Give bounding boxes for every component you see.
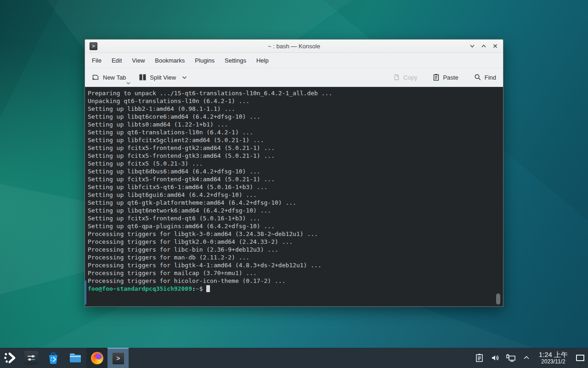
paste-icon bbox=[433, 74, 440, 81]
chevron-down-icon bbox=[182, 76, 187, 79]
application-launcher-button[interactable] bbox=[0, 348, 20, 368]
terminal-line: Setting up libqt6network6:amd64 (6.4.2+d… bbox=[88, 207, 500, 214]
terminal-line: Processing triggers for libgtk2.0-0:amd6… bbox=[88, 238, 500, 246]
show-desktop-button[interactable] bbox=[572, 348, 588, 368]
terminal-line: Setting up libb2-1:amd64 (0.98.1-1.1) ..… bbox=[88, 105, 500, 113]
split-view-button[interactable]: Split View bbox=[138, 72, 188, 83]
clock-date: 2023/11/2 bbox=[539, 359, 568, 365]
application-launcher-icon bbox=[4, 351, 17, 364]
chevron-down-icon bbox=[126, 82, 130, 85]
system-tray bbox=[474, 351, 532, 365]
menu-item[interactable]: Help bbox=[251, 54, 274, 67]
paste-button[interactable]: Paste bbox=[432, 72, 459, 83]
menu-item[interactable]: Bookmarks bbox=[150, 54, 190, 67]
network-tray-icon[interactable] bbox=[505, 351, 517, 365]
menu-item[interactable]: Settings bbox=[220, 54, 251, 67]
terminal-line: Setting up libqt6gui6:amd64 (6.4.2+dfsg-… bbox=[88, 191, 500, 199]
terminal-line: Setting up qt6-qpa-plugins:amd64 (6.4.2+… bbox=[88, 222, 500, 230]
paste-label: Paste bbox=[443, 74, 458, 81]
clipboard-tray-icon[interactable] bbox=[474, 351, 486, 365]
terminal-line: Setting up fcitx5-frontend-gtk3:amd64 (5… bbox=[88, 152, 500, 160]
digital-clock[interactable]: 1:24 上午 2023/11/2 bbox=[539, 351, 568, 365]
terminal-line: Setting up libqt6dbus6:amd64 (6.4.2+dfsg… bbox=[88, 167, 500, 175]
terminal-output[interactable]: Preparing to unpack .../15-qt6-translati… bbox=[85, 87, 503, 306]
chevron-down-icon bbox=[469, 43, 475, 49]
text-cursor bbox=[206, 285, 210, 292]
terminal-scrollback: Preparing to unpack .../15-qt6-translati… bbox=[88, 89, 500, 285]
konsole-window: > ~ : bash — Konsole FileEditViewBookmar… bbox=[85, 39, 503, 307]
terminal-line: Setting up libqt6core6:amd64 (6.4.2+dfsg… bbox=[88, 113, 500, 121]
window-title: ~ : bash — Konsole bbox=[85, 43, 503, 50]
split-view-label: Split View bbox=[150, 74, 176, 81]
konsole-app-icon: > bbox=[90, 42, 97, 50]
clock-time: 1:24 上午 bbox=[539, 351, 568, 359]
terminal-line: Setting up fcitx5 (5.0.21-3) ... bbox=[88, 160, 500, 167]
menu-item[interactable]: View bbox=[127, 54, 150, 67]
expand-tray-icon[interactable] bbox=[520, 351, 532, 365]
prompt-path: ~ bbox=[196, 285, 199, 292]
folder-icon bbox=[68, 351, 82, 365]
copy-icon bbox=[393, 74, 400, 81]
desktop: > ~ : bash — Konsole FileEditViewBookmar… bbox=[0, 0, 588, 368]
toolbar: New Tab Split View bbox=[85, 68, 503, 87]
prompt-separator: : bbox=[192, 285, 196, 292]
volume-tray-icon[interactable] bbox=[489, 351, 501, 365]
terminal-line: Processing triggers for libgtk-3-0:amd64… bbox=[88, 230, 500, 238]
find-label: Find bbox=[485, 74, 496, 81]
new-tab-label: New Tab bbox=[103, 74, 126, 81]
taskbar-panel: > bbox=[0, 348, 588, 368]
terminal-line: Setting up qt6-gtk-platformtheme:amd64 (… bbox=[88, 199, 500, 207]
find-icon bbox=[474, 74, 481, 81]
minimize-button[interactable] bbox=[469, 43, 475, 49]
copy-button: Copy bbox=[392, 72, 418, 83]
window-controls bbox=[469, 43, 498, 49]
terminal-line: Processing triggers for hicolor-icon-the… bbox=[88, 277, 500, 285]
new-tab-button[interactable]: New Tab bbox=[91, 72, 127, 83]
terminal-line: Unpacking qt6-translations-l10n (6.4.2-1… bbox=[88, 97, 500, 105]
show-desktop-icon bbox=[576, 355, 584, 361]
menu-item[interactable]: File bbox=[87, 54, 107, 67]
split-view-icon bbox=[139, 74, 147, 81]
close-button[interactable] bbox=[492, 43, 498, 49]
menu-item[interactable]: Plugins bbox=[190, 54, 220, 67]
system-settings-icon bbox=[24, 351, 38, 365]
new-tab-icon bbox=[92, 74, 100, 81]
discover-icon bbox=[46, 351, 60, 365]
firefox-icon bbox=[91, 352, 103, 364]
terminal-line: Processing triggers for mailcap (3.70+nm… bbox=[88, 269, 500, 277]
terminal-line: Preparing to unpack .../15-qt6-translati… bbox=[88, 89, 500, 97]
terminal-line: Processing triggers for man-db (2.11.2-2… bbox=[88, 253, 500, 261]
terminal-line: Setting up libfcitx5-qt6-1:amd64 (5.0.16… bbox=[88, 183, 500, 191]
titlebar[interactable]: > ~ : bash — Konsole bbox=[85, 40, 503, 53]
terminal-line: Setting up fcitx5-frontend-gtk4:amd64 (5… bbox=[88, 175, 500, 183]
menu-item[interactable]: Edit bbox=[107, 54, 127, 67]
discover-launcher[interactable] bbox=[42, 348, 64, 368]
maximize-button[interactable] bbox=[481, 43, 487, 49]
close-icon bbox=[492, 43, 498, 49]
chevron-up-icon bbox=[481, 43, 486, 49]
prompt-symbol: $ bbox=[199, 285, 203, 292]
new-output-indicator bbox=[85, 281, 86, 305]
prompt-user-host: foo@foo-standardpcq35ich92009 bbox=[88, 285, 192, 292]
shell-prompt: foo@foo-standardpcq35ich92009:~$ bbox=[88, 285, 500, 293]
terminal-line: Setting up libts0:amd64 (1.22-1+b1) ... bbox=[88, 121, 500, 128]
konsole-icon: > bbox=[112, 352, 124, 365]
taskbar-task-konsole[interactable]: > bbox=[107, 348, 129, 368]
menu-bar: FileEditViewBookmarksPluginsSettingsHelp bbox=[85, 53, 503, 68]
taskbar-task-firefox[interactable] bbox=[86, 348, 107, 368]
terminal-line: Processing triggers for libc-bin (2.36-9… bbox=[88, 246, 500, 253]
terminal-line: Setting up qt6-translations-l10n (6.4.2-… bbox=[88, 128, 500, 136]
terminal-line: Setting up fcitx5-frontend-gtk2:amd64 (5… bbox=[88, 144, 500, 152]
terminal-line: Setting up libfcitx5gclient2:amd64 (5.0.… bbox=[88, 136, 500, 144]
terminal-scrollbar[interactable] bbox=[496, 293, 500, 305]
find-button[interactable]: Find bbox=[473, 72, 497, 83]
system-settings-launcher[interactable] bbox=[20, 348, 42, 368]
terminal-line: Setting up fcitx5-frontend-qt6 (5.0.16-1… bbox=[88, 214, 500, 222]
file-manager-launcher[interactable] bbox=[64, 348, 86, 368]
copy-label: Copy bbox=[403, 74, 417, 81]
terminal-line: Processing triggers for libgtk-4-1:amd64… bbox=[88, 261, 500, 269]
